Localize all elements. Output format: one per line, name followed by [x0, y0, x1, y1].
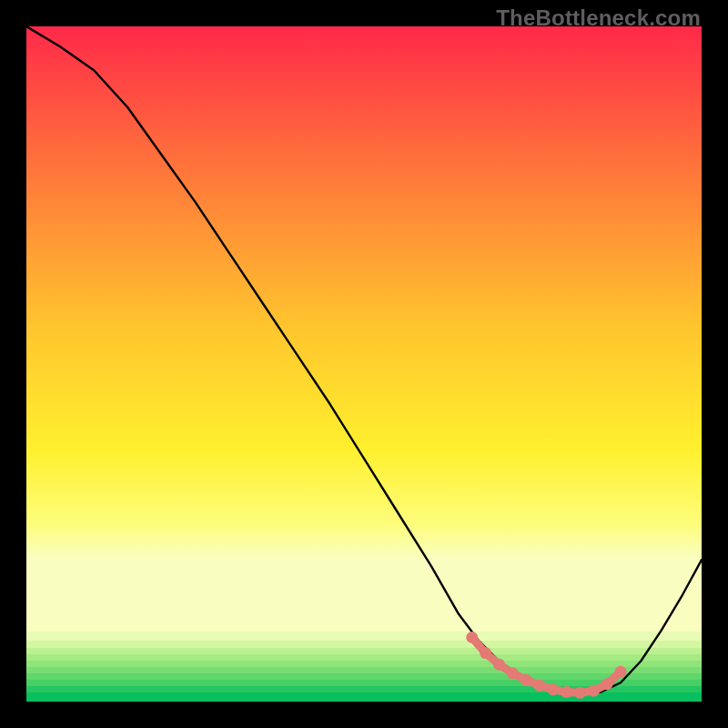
marker-dot	[466, 632, 478, 643]
marker-dot	[614, 666, 626, 678]
chart-stage: TheBottleneck.com	[0, 0, 728, 728]
curve-layer	[26, 26, 702, 702]
marker-dot	[493, 659, 505, 671]
marker-dot	[547, 683, 559, 695]
curve-path	[26, 26, 702, 693]
marker-dot	[588, 685, 600, 697]
marker-dot	[507, 667, 519, 679]
plot-area	[26, 26, 702, 702]
marker-dot	[521, 674, 532, 686]
marker-dot	[574, 687, 586, 699]
marker-dot	[602, 678, 613, 690]
marker-dot	[480, 647, 491, 659]
marker-dot	[533, 680, 545, 692]
marker-dot	[561, 686, 572, 698]
